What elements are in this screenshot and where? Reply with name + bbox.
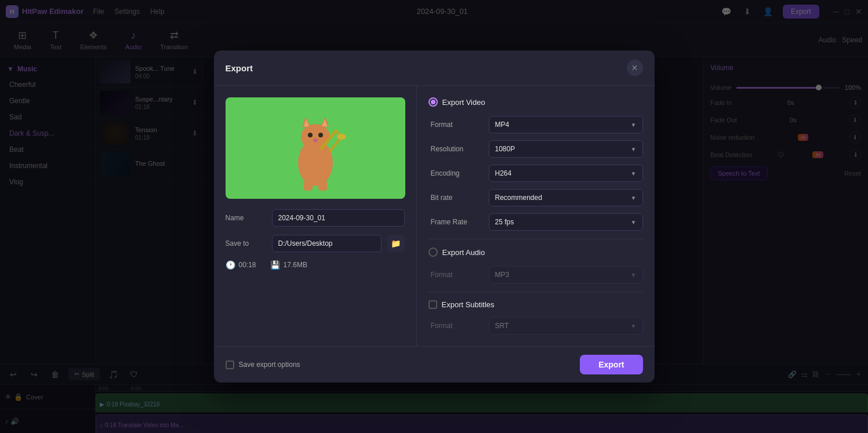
modal-title: Export [226,63,253,73]
save-options-checkbox[interactable] [226,361,234,369]
save-options-row: Save export options [226,361,300,369]
save-options-label: Save export options [239,361,300,369]
subtitles-format-select: SRT ▼ [489,317,643,334]
encoding-label: Encoding [431,169,483,177]
audio-format-value: MP3 [495,271,510,279]
name-label: Name [226,214,266,222]
audio-format-select: MP3 ▼ [489,266,643,283]
audio-format-label: Format [431,271,483,279]
svg-rect-13 [304,180,313,191]
framerate-value: 25 fps [495,218,514,226]
format-label: Format [431,121,483,129]
format-select[interactable]: MP4 ▼ [489,116,643,133]
file-icon: 💾 [270,260,280,270]
modal-close-button[interactable]: × [627,60,643,76]
filesize-meta: 💾 17.6MB [270,260,307,270]
resolution-value: 1080P [495,145,515,153]
export-subtitles-label: Export Subtitles [442,300,495,309]
export-audio-label: Export Audio [442,248,485,257]
svg-point-1 [301,124,330,150]
format-value: MP4 [495,121,510,129]
video-options: Format MP4 ▼ Resolution 1080P ▼ [431,116,643,231]
export-modal: Export × [214,50,655,383]
chevron-down-icon: ▼ [631,195,637,201]
svg-point-8 [313,139,318,142]
svg-point-6 [308,133,313,137]
bitrate-value: Recommended [495,194,542,202]
export-video-section: Export Video [428,97,643,107]
chevron-down-icon: ▼ [631,122,637,128]
clock-icon: 🕐 [226,260,235,270]
name-input[interactable] [272,209,405,227]
bitrate-row: Bit rate Recommended ▼ [431,189,643,206]
encoding-select[interactable]: H264 ▼ [489,165,643,182]
encoding-row: Encoding H264 ▼ [431,165,643,182]
subtitles-format-row: Format SRT ▼ [431,317,643,334]
export-audio-section: Export Audio [428,248,643,257]
svg-point-7 [318,133,323,137]
resolution-label: Resolution [431,145,483,153]
modal-overlay: Export × [0,0,868,433]
folder-browse-button[interactable]: 📁 [387,235,405,252]
export-audio-radio[interactable] [428,248,438,257]
bitrate-label: Bit rate [431,194,483,202]
divider [428,239,643,239]
cat-preview [284,105,347,192]
export-subtitles-section: Export Subtitles [428,300,643,309]
subtitles-format-value: SRT [495,322,509,330]
modal-meta: 🕐 00:18 💾 17.6MB [226,260,405,270]
svg-point-12 [337,134,346,140]
chevron-down-icon: ▼ [631,170,637,177]
chevron-down-icon: ▼ [631,219,637,225]
modal-header: Export × [214,50,655,86]
name-row: Name [226,209,405,227]
preview-thumbnail [226,97,405,199]
save-to-input[interactable] [272,235,382,252]
export-video-label: Export Video [442,98,485,107]
modal-left: Name Save to 📁 🕐 00:18 💾 17.6MB [214,86,417,346]
encoding-value: H264 [495,169,512,177]
modal-footer: Save export options Export [214,346,655,383]
framerate-select[interactable]: 25 fps ▼ [489,213,643,231]
chevron-down-icon: ▼ [631,272,637,278]
modal-body: Name Save to 📁 🕐 00:18 💾 17.6MB [214,86,655,346]
export-subtitles-checkbox[interactable] [428,300,437,309]
export-main-button[interactable]: Export [580,355,642,374]
framerate-label: Frame Rate [431,218,483,226]
duration-meta: 🕐 00:18 [226,260,256,270]
duration-value: 00:18 [239,261,256,269]
save-to-row: Save to 📁 [226,235,405,252]
chevron-down-icon: ▼ [631,323,637,329]
bitrate-select[interactable]: Recommended ▼ [489,189,643,206]
save-to-label: Save to [226,239,266,248]
divider-2 [428,292,643,292]
resolution-row: Resolution 1080P ▼ [431,140,643,158]
export-video-radio[interactable] [428,97,438,107]
svg-rect-14 [318,180,327,191]
subtitles-format-label: Format [431,322,483,330]
resolution-select[interactable]: 1080P ▼ [489,140,643,158]
filesize-value: 17.6MB [284,261,307,269]
framerate-row: Frame Rate 25 fps ▼ [431,213,643,231]
modal-right: Export Video Format MP4 ▼ Resolution 108… [417,86,655,346]
format-row: Format MP4 ▼ [431,116,643,133]
audio-format-row: Format MP3 ▼ [431,266,643,283]
chevron-down-icon: ▼ [631,146,637,152]
